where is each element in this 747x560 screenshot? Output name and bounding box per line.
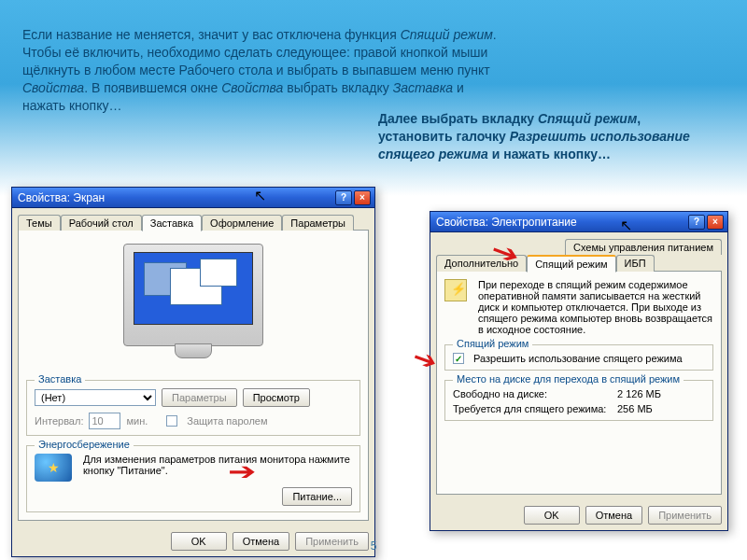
interval-label: Интервал: [35,415,83,427]
instruction-text-2: Далее выбрать вкладку Спящий режим, уста… [378,110,714,163]
energy-group: Энергосбережение Для изменения параметро… [26,445,360,512]
tab-panel: Заставка (Нет) Параметры Просмотр Интерв… [18,230,369,521]
tab-desktop[interactable]: Рабочий стол [61,215,142,231]
group-legend: Место на диске для перехода в спящий реж… [453,373,684,385]
cursor-icon: ↖ [254,187,266,204]
apply-button[interactable]: Применить [648,506,722,525]
free-space-value: 2 126 МБ [617,388,661,399]
tab-ups[interactable]: ИБП [616,255,655,272]
help-button[interactable]: ? [335,190,352,205]
titlebar[interactable]: Свойства: Электропитание ? × [430,212,727,232]
tab-screensaver[interactable]: Заставка [142,215,202,231]
button-bar: OK Отмена Применить [430,500,727,530]
tab-settings[interactable]: Параметры [282,215,354,231]
tab-hibernate[interactable]: Спящий режим [527,255,615,273]
screensaver-group: Заставка (Нет) Параметры Просмотр Интерв… [26,380,360,436]
group-legend: Энергосбережение [35,439,134,450]
screensaver-params-button[interactable]: Параметры [162,388,237,407]
close-button[interactable]: × [354,190,371,205]
close-button[interactable]: × [707,215,724,230]
power-options-window: Свойства: Электропитание ? × Схемы управ… [430,211,728,531]
hibernate-description: При переходе в спящий режим содержимое о… [478,279,713,335]
allow-hibernate-label: Разрешить использование спящего режима [473,353,683,364]
interval-input[interactable] [89,413,120,429]
group-legend: Спящий режим [453,338,532,349]
tab-power-schemes[interactable]: Схемы управления питанием [565,239,722,255]
ok-button[interactable]: OK [171,532,227,551]
display-properties-window: Свойства: Экран ? × Темы Рабочий стол За… [11,187,375,557]
ok-button[interactable]: OK [524,506,580,525]
apply-button[interactable]: Применить [295,532,369,551]
free-space-label: Свободно на диске: [453,388,612,399]
power-button[interactable]: Питание... [282,487,352,506]
protect-label: Защита паролем [187,415,267,427]
help-button[interactable]: ? [688,215,705,230]
disk-space-group: Место на диске для перехода в спящий реж… [444,380,713,421]
energy-star-icon [35,454,72,482]
hibernate-group: Спящий режим ✓ Разрешить использование с… [444,344,713,371]
page-number: 5 [371,539,377,553]
tab-themes[interactable]: Темы [18,215,61,231]
protect-checkbox[interactable] [166,415,177,427]
allow-hibernate-checkbox[interactable]: ✓ [453,353,464,364]
window-title: Свойства: Экран [18,191,105,204]
screensaver-select[interactable]: (Нет) [35,389,156,406]
cancel-button[interactable]: Отмена [585,506,642,525]
monitor-preview [26,238,360,354]
hibernate-icon [444,279,467,301]
arrow-icon: ➔ [228,457,257,486]
cancel-button[interactable]: Отмена [233,532,289,551]
required-space-value: 256 МБ [617,403,653,414]
tabs: Темы Рабочий стол Заставка Оформление Па… [12,208,374,230]
group-legend: Заставка [35,373,85,385]
titlebar[interactable]: Свойства: Экран ? × [12,188,374,208]
window-title: Свойства: Электропитание [436,216,577,229]
tab-panel: При переходе в спящий режим содержимое о… [436,271,722,495]
energy-text: Для изменения параметров питания монитор… [83,454,352,476]
tabs-row-1: Схемы управления питанием [430,232,727,254]
instruction-text-1: Если название не меняется, значит у вас … [22,26,508,114]
required-space-label: Требуется для спящего режима: [453,403,612,414]
tabs-row-2: Дополнительно Спящий режим ИБП [430,254,727,271]
interval-unit: мин. [126,415,148,427]
tab-appearance[interactable]: Оформление [202,215,282,231]
button-bar: OK Отмена Применить [12,526,374,556]
screensaver-preview-button[interactable]: Просмотр [243,388,310,407]
cursor-icon: ↖ [620,217,632,234]
